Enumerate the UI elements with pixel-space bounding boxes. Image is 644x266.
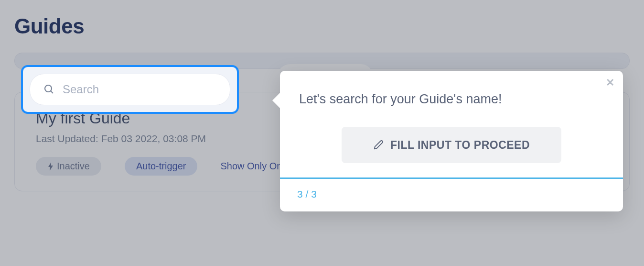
svg-point-0 — [45, 85, 52, 92]
fill-input-button[interactable]: FILL INPUT TO PROCEED — [342, 127, 561, 163]
search-highlight — [21, 65, 239, 114]
tooltip-footer: 3 / 3 — [280, 179, 623, 211]
search-icon — [43, 84, 55, 95]
tooltip-step-counter: 3 / 3 — [297, 188, 317, 200]
search-input[interactable] — [63, 83, 216, 96]
svg-line-1 — [51, 91, 53, 93]
pencil-icon — [373, 140, 384, 150]
search-field[interactable] — [30, 74, 230, 105]
tooltip-arrow — [272, 92, 281, 109]
tooltip-title: Let's search for your Guide's name! — [299, 92, 604, 107]
close-icon[interactable]: ✕ — [606, 78, 614, 88]
onboarding-tooltip: ✕ Let's search for your Guide's name! FI… — [280, 71, 623, 211]
fill-input-label: FILL INPUT TO PROCEED — [390, 139, 530, 152]
